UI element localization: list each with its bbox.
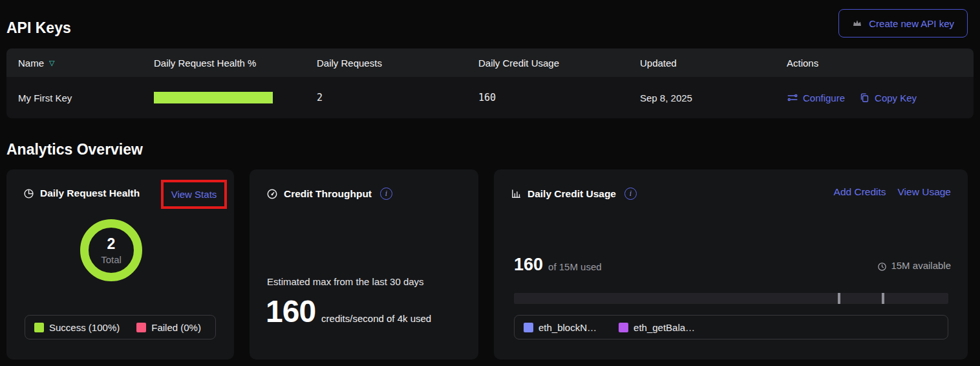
card3-header: Daily Credit Usage i [511, 188, 637, 200]
request-health-donut-chart: 2 Total [80, 219, 142, 281]
updated-cell: Sep 8, 2025 [640, 92, 787, 103]
card2-title: Credit Throughput [284, 188, 372, 200]
used-value: 160 [514, 255, 543, 275]
create-api-key-label: Create new API key [869, 18, 954, 29]
available-label-wrap: 15M available [877, 260, 951, 271]
view-usage-link[interactable]: View Usage [898, 186, 951, 198]
analytics-heading: Analytics Overview [6, 141, 143, 158]
eth-getbalance-swatch [619, 323, 628, 332]
usage-summary-row: 160 of 15M used 15M available [514, 255, 951, 275]
failed-swatch [136, 323, 146, 332]
health-bar-cell [154, 92, 317, 103]
table-header-row: Name ▽ Daily Request Health % Daily Requ… [6, 48, 974, 77]
card1-title: Daily Request Health [40, 188, 140, 199]
annotation-highlight-box: View Stats [161, 180, 227, 209]
table-row: My First Key 2 160 Sep 8, 2025 Configure… [6, 77, 974, 118]
daily-credit-usage-cell: 160 [478, 92, 640, 103]
bar-chart-icon [511, 188, 522, 199]
sliders-icon [787, 92, 798, 103]
copy-key-link[interactable]: Copy Key [859, 92, 917, 103]
donut-total-label: Total [101, 254, 122, 265]
card-daily-credit-usage: Daily Credit Usage i Add Credits View Us… [494, 169, 968, 360]
legend-item-success: Success (100%) [34, 322, 120, 333]
configure-link[interactable]: Configure [787, 92, 845, 103]
column-header-updated: Updated [640, 58, 787, 69]
throughput-subtitle: Estimated max from the last 30 days [267, 276, 424, 287]
throughput-value: 160 [266, 294, 315, 329]
card-daily-request-health: Daily Request Health View Stats 2 Total … [6, 169, 234, 360]
legend-item-eth-blocknumber: eth_blockN… [524, 322, 597, 333]
legend-item-failed: Failed (0%) [136, 322, 201, 333]
pie-chart-icon [23, 188, 34, 199]
gauge-icon [266, 188, 278, 200]
usage-bar-marker [838, 293, 840, 304]
card2-header: Credit Throughput i [266, 188, 392, 200]
clock-icon [877, 262, 887, 272]
column-header-daily-requests: Daily Requests [317, 58, 478, 69]
add-credits-link[interactable]: Add Credits [834, 186, 886, 198]
sort-chevron-icon: ▽ [49, 59, 54, 67]
card3-title: Daily Credit Usage [527, 188, 616, 200]
success-swatch [34, 323, 44, 332]
donut-total-value: 2 [107, 235, 116, 253]
throughput-unit: credits/second of 4k used [321, 313, 431, 324]
legend-item-eth-getbalance: eth_getBala… [619, 322, 695, 333]
column-header-daily-credit-usage: Daily Credit Usage [478, 58, 640, 69]
usage-legend: eth_blockN… eth_getBala… [514, 315, 948, 339]
api-keys-table: Name ▽ Daily Request Health % Daily Requ… [6, 48, 974, 118]
info-icon[interactable]: i [380, 188, 392, 200]
crown-icon [852, 18, 862, 28]
copy-icon [859, 92, 870, 103]
usage-progress-bar [514, 293, 948, 304]
usage-bar-marker [882, 293, 884, 304]
key-name-cell: My First Key [18, 92, 154, 103]
available-label: 15M available [891, 260, 951, 271]
actions-cell: Configure Copy Key [787, 92, 962, 103]
health-bar [154, 92, 273, 103]
column-header-health: Daily Request Health % [154, 58, 317, 69]
throughput-value-row: 160 credits/second of 4k used [266, 294, 431, 329]
column-header-name[interactable]: Name ▽ [18, 58, 154, 69]
info-icon[interactable]: i [624, 188, 637, 200]
page-title: API Keys [6, 19, 71, 37]
column-header-actions: Actions [787, 58, 962, 69]
create-api-key-button[interactable]: Create new API key [838, 9, 968, 38]
used-suffix: of 15M used [548, 261, 602, 272]
dashboard-root: API Keys Create new API key Name ▽ Daily… [0, 0, 980, 366]
card3-links: Add Credits View Usage [834, 186, 951, 198]
view-stats-link[interactable]: View Stats [171, 189, 217, 200]
card-credit-throughput: Credit Throughput i Estimated max from t… [250, 169, 478, 360]
eth-blocknumber-swatch [524, 323, 533, 332]
health-legend: Success (100%) Failed (0%) [25, 315, 216, 339]
daily-requests-cell: 2 [317, 92, 478, 103]
card1-header: Daily Request Health [23, 188, 140, 199]
